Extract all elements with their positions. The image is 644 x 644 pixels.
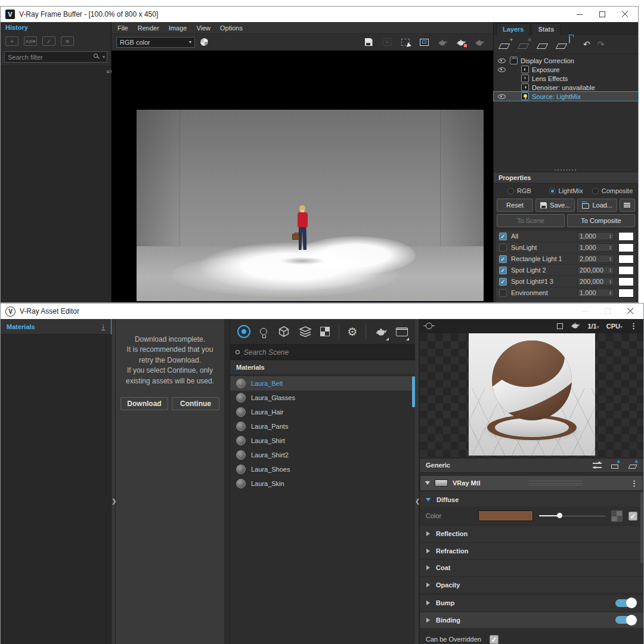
material-item-laura-pants[interactable]: Laura_Pants — [230, 419, 415, 434]
bump-section[interactable]: Bump — [420, 595, 643, 611]
refraction-section[interactable]: Refraction — [420, 543, 643, 559]
asset-editor-titlebar[interactable]: V V-Ray Asset Editor — [1, 304, 643, 319]
chevron-down-icon[interactable] — [425, 481, 430, 485]
minimize-button[interactable] — [576, 11, 583, 18]
checkbox-icon[interactable] — [499, 244, 507, 252]
opacity-section[interactable]: Opacity — [420, 577, 643, 593]
diffuse-section-header[interactable]: Diffuse — [420, 492, 643, 507]
visibility-eye-icon[interactable] — [498, 58, 506, 63]
lightmix-menu-button[interactable] — [620, 199, 635, 212]
menu-render[interactable]: Render — [138, 24, 159, 32]
binding-section[interactable]: Binding — [420, 612, 643, 628]
download-icon[interactable]: ↓ — [101, 323, 105, 330]
expand-right-icon[interactable]: ❯ — [112, 498, 116, 504]
add-layer-icon[interactable]: + — [500, 40, 512, 49]
render-elements-filter-icon[interactable] — [320, 324, 330, 339]
preview-resolution-dropdown[interactable]: 1/1▾ — [587, 323, 599, 330]
save-button[interactable]: Save... — [535, 199, 575, 212]
material-node-row[interactable]: VRay Mtl ⋮ — [420, 475, 643, 491]
light-row-rectangle-light-1[interactable]: ✓ Rectangle Light 1 2,000▲▼ — [496, 253, 636, 264]
spinner-icon[interactable]: ▲▼ — [609, 268, 612, 273]
to-composite-button[interactable]: To Composite — [567, 214, 635, 227]
reflection-section[interactable]: Reflection — [420, 526, 643, 541]
history-list[interactable]: ▲▼ — [1, 66, 111, 302]
radio-icon[interactable] — [549, 188, 556, 194]
mode-rgb[interactable]: RGB — [497, 187, 541, 194]
lights-filter-icon[interactable] — [259, 324, 269, 339]
undo-icon[interactable]: ↶ — [583, 39, 590, 49]
menu-image[interactable]: Image — [169, 24, 187, 32]
start-render-icon[interactable] — [474, 38, 485, 47]
material-item-laura-shoes[interactable]: Laura_Shoes — [230, 462, 415, 476]
history-set-a-icon[interactable]: ✓ — [42, 36, 55, 46]
frame-buffer-titlebar[interactable]: V V-Ray Frame Buffer - [100.0% of 800 x … — [1, 7, 638, 22]
scene-search-bar[interactable] — [230, 344, 415, 360]
checkbox-icon[interactable]: ✓ — [499, 267, 507, 274]
material-item-laura-shirt[interactable]: Laura_Shirt — [230, 434, 415, 448]
light-color-swatch[interactable] — [618, 289, 634, 298]
material-item-laura-hair[interactable]: Laura_Hair — [230, 405, 415, 419]
checkbox-icon[interactable]: ✓ — [499, 233, 507, 240]
mode-lightmix[interactable]: LightMix — [544, 187, 588, 194]
material-node-menu-icon[interactable]: ⋮ — [630, 479, 638, 488]
light-value-input[interactable]: 200,000▲▼ — [577, 277, 614, 286]
textures-filter-icon[interactable] — [299, 324, 312, 339]
load-button[interactable]: Load... — [577, 199, 617, 212]
menu-file[interactable]: File — [117, 24, 128, 32]
save-layers-icon[interactable] — [538, 40, 550, 49]
tab-stats[interactable]: Stats — [531, 23, 561, 35]
checkbox-icon[interactable] — [499, 289, 507, 297]
light-row-environment[interactable]: Environment 1,000▲▼ — [496, 287, 636, 298]
spinner-icon[interactable]: ▲▼ — [609, 245, 612, 250]
channel-dropdown[interactable]: RGB color ▾ — [116, 37, 195, 48]
history-compare-ab-icon[interactable]: A|B▾ — [24, 36, 37, 46]
spinner-icon[interactable]: ▲▼ — [609, 279, 612, 284]
spinner-icon[interactable]: ▲▼ — [609, 234, 612, 239]
redo-icon[interactable]: ↷ — [597, 39, 605, 49]
history-search-input[interactable] — [4, 51, 107, 63]
clear-image-icon[interactable]: ✕ — [382, 38, 392, 47]
preview-render-icon[interactable] — [570, 321, 580, 330]
texture-slot-icon[interactable] — [611, 510, 623, 522]
layer-row-source-lightmix[interactable]: Source: LightMix — [494, 92, 638, 101]
light-color-swatch[interactable] — [618, 266, 634, 275]
geometry-filter-icon[interactable] — [277, 324, 290, 339]
coat-section[interactable]: Coat — [420, 560, 643, 575]
radio-icon[interactable] — [592, 188, 599, 194]
visibility-eye-icon[interactable] — [498, 67, 506, 72]
tab-layers[interactable]: Layers — [496, 23, 530, 35]
maximize-button[interactable] — [599, 11, 606, 18]
panel-splitter[interactable]: ❮ — [415, 319, 419, 644]
binding-toggle[interactable] — [615, 616, 636, 624]
save-image-icon[interactable] — [363, 38, 374, 47]
material-item-laura-glasses[interactable]: Laura_Glasses — [230, 391, 415, 405]
light-value-input[interactable]: 1,000▲▼ — [577, 289, 614, 297]
checkbox-icon[interactable]: ✓ — [499, 278, 507, 286]
spinner-icon[interactable]: ▲▼ — [609, 256, 612, 261]
light-row-sunlight[interactable]: SunLight 1,000▲▼ — [496, 242, 636, 253]
close-button[interactable] — [621, 11, 628, 18]
layer-row-exposure[interactable]: ◐ Exposure — [494, 65, 638, 74]
light-row-spot-light-2[interactable]: ✓ Spot Light 2 200,000▲▼ — [496, 265, 636, 275]
preview-orbit-icon[interactable] — [426, 323, 432, 329]
reset-button[interactable]: Reset — [497, 199, 533, 212]
diffuse-enabled-checkbox[interactable]: ✓ — [628, 512, 637, 521]
material-item-laura-shirt2[interactable]: Laura_Shirt2 — [230, 448, 415, 462]
light-color-swatch[interactable] — [618, 255, 634, 264]
stop-render-icon[interactable] — [456, 38, 466, 47]
asset-category-list[interactable] — [1, 335, 111, 644]
visibility-eye-icon[interactable] — [498, 94, 506, 99]
add-layer-icon[interactable]: + — [628, 462, 637, 469]
light-value-input[interactable]: 200,000▲▼ — [577, 266, 614, 274]
color-corrections-icon[interactable] — [200, 38, 209, 47]
light-row-spot-light-1-3[interactable]: ✓ Spot Light#1 3 200,000▲▼ — [496, 276, 636, 287]
menu-view[interactable]: View — [196, 24, 210, 32]
minimize-button[interactable] — [581, 308, 589, 315]
checkbox-icon[interactable]: ✓ — [499, 255, 507, 263]
light-value-input[interactable]: 2,000▲▼ — [577, 255, 614, 263]
preview-menu-icon[interactable]: ⋮ — [630, 321, 637, 330]
region-render-icon[interactable] — [400, 38, 411, 47]
continue-button[interactable]: Continue — [172, 397, 219, 410]
materials-filter-icon[interactable] — [237, 324, 250, 339]
scene-search-input[interactable] — [244, 348, 410, 357]
